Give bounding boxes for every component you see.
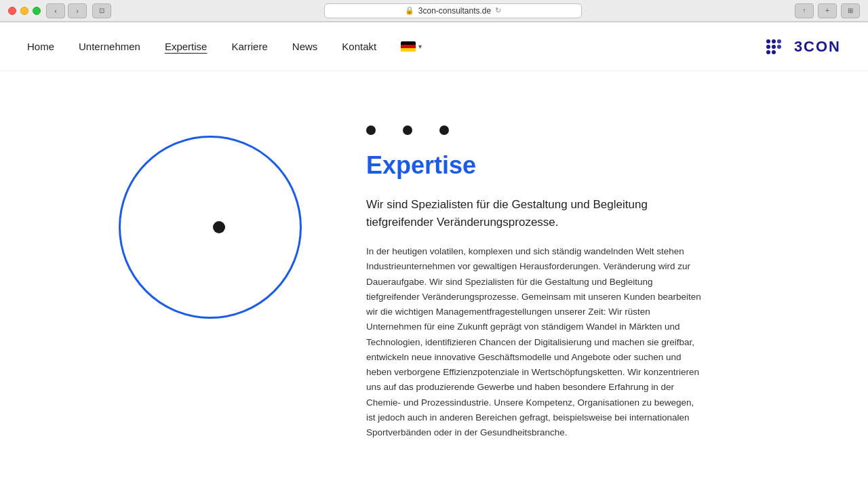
slide-dot-2[interactable]	[403, 125, 412, 135]
back-button[interactable]: ‹	[46, 3, 65, 18]
nav-kontakt[interactable]: Kontakt	[342, 41, 376, 52]
maximize-button[interactable]	[33, 7, 41, 15]
site-header: Home Unternehmen Expertise Karriere News…	[0, 22, 868, 71]
section-title: Expertise	[366, 151, 705, 180]
address-bar[interactable]: 🔒 3con-consultants.de ↻	[324, 3, 582, 18]
extensions-button[interactable]: ⊞	[841, 3, 860, 18]
big-circle	[119, 136, 302, 319]
language-selector[interactable]: ▾	[401, 41, 422, 52]
address-bar-wrap: 🔒 3con-consultants.de ↻	[117, 3, 789, 18]
section-subtitle: Wir sind Spezialisten für die Gestaltung…	[366, 196, 705, 231]
browser-titlebar: ‹ › ⊡ 🔒 3con-consultants.de ↻ ↑ + ⊞	[0, 0, 868, 22]
svg-point-1	[772, 39, 776, 43]
site-logo[interactable]: 3CON	[764, 37, 841, 56]
svg-point-5	[777, 45, 781, 49]
nav-home[interactable]: Home	[27, 41, 54, 52]
window-control[interactable]: ⊡	[92, 3, 111, 18]
svg-point-2	[777, 39, 781, 43]
logo-text: 3CON	[794, 38, 841, 56]
logo-svg	[764, 37, 791, 56]
nav-karriere[interactable]: Karriere	[231, 41, 267, 52]
url-text: 3con-consultants.de	[418, 6, 491, 16]
nav-unternehmen[interactable]: Unternehmen	[79, 41, 140, 52]
svg-point-4	[772, 45, 776, 49]
nav-expertise[interactable]: Expertise	[165, 41, 208, 52]
lang-chevron: ▾	[418, 43, 422, 50]
svg-point-6	[766, 50, 770, 54]
center-dot	[213, 221, 225, 233]
bookmark-button[interactable]: +	[818, 3, 837, 18]
forward-button[interactable]: ›	[68, 3, 87, 18]
minimize-button[interactable]	[20, 7, 28, 15]
browser-actions: ↑ + ⊞	[795, 3, 860, 18]
reload-icon[interactable]: ↻	[495, 6, 501, 15]
share-button[interactable]: ↑	[795, 3, 814, 18]
main-nav: Home Unternehmen Expertise Karriere News…	[27, 41, 422, 52]
section-body: In der heutigen volatilen, komplexen und…	[366, 244, 705, 440]
logo-icon	[764, 37, 791, 56]
slide-dots	[366, 125, 705, 135]
slide-dot-3[interactable]	[439, 125, 449, 135]
lock-icon: 🔒	[405, 6, 414, 15]
website: Home Unternehmen Expertise Karriere News…	[0, 22, 868, 489]
german-flag	[401, 41, 416, 52]
close-button[interactable]	[8, 7, 16, 15]
browser-chrome: ‹ › ⊡ 🔒 3con-consultants.de ↻ ↑ + ⊞	[0, 0, 868, 22]
traffic-lights	[8, 7, 41, 15]
svg-point-0	[766, 39, 770, 43]
text-section: Expertise Wir sind Spezialisten für die …	[366, 112, 705, 440]
main-content: Expertise Wir sind Spezialisten für die …	[0, 71, 868, 489]
svg-point-3	[766, 45, 770, 49]
nav-news[interactable]: News	[292, 41, 318, 52]
svg-point-7	[772, 50, 776, 54]
circle-illustration	[108, 112, 312, 343]
slide-dot-1[interactable]	[366, 125, 376, 135]
